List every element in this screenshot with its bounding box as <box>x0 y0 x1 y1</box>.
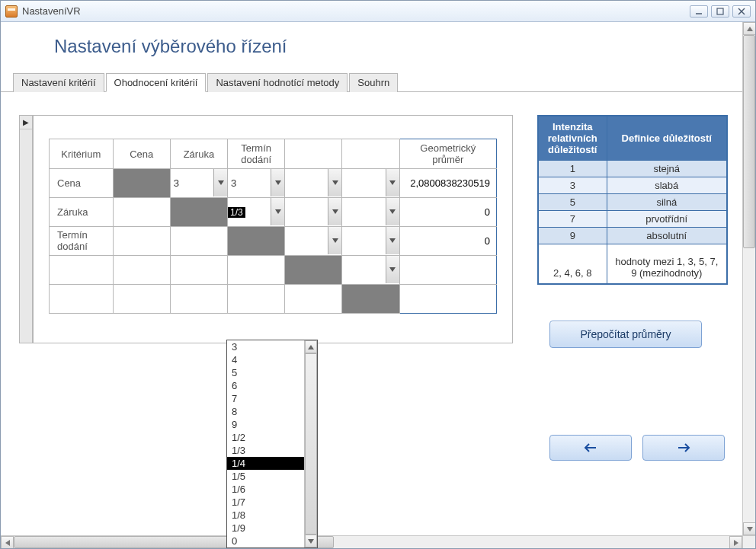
dropdown-button[interactable] <box>386 256 399 283</box>
row-label: Cena <box>50 169 114 198</box>
dropdown-item[interactable]: 5 <box>227 366 304 379</box>
dropdown-item[interactable]: 4 <box>227 353 304 366</box>
close-button[interactable] <box>732 5 751 18</box>
value-cell[interactable]: 3 <box>170 169 227 198</box>
dropdown-item[interactable]: 3 <box>227 340 304 353</box>
recalculate-button[interactable]: Přepočítat průměry <box>549 321 702 348</box>
tab-criteria-scoring[interactable]: Ohodnocení kritérií <box>106 73 207 92</box>
dropdown-item[interactable]: 8 <box>227 405 304 418</box>
scroll-left-button[interactable] <box>1 536 14 548</box>
scroll-thumb[interactable] <box>743 35 755 248</box>
value-cell[interactable] <box>170 256 227 285</box>
dropdown-item[interactable]: 1/6 <box>227 483 304 496</box>
dropdown-button[interactable] <box>213 169 227 196</box>
dropdown-item[interactable]: 1/9 <box>227 522 304 535</box>
row-label: Termín dodání <box>50 227 114 256</box>
next-button[interactable] <box>642 435 725 461</box>
criteria-header-col: Záruka <box>170 139 227 169</box>
criteria-panel: Kritérium Cena Záruka Termín dodání Geom… <box>33 115 513 343</box>
dropdown-item[interactable]: 0 <box>227 535 304 547</box>
value-cell[interactable] <box>113 285 170 314</box>
prev-button[interactable] <box>549 435 632 461</box>
cell-value: 3 <box>171 176 182 190</box>
row-label: Záruka <box>50 198 114 227</box>
value-cell[interactable] <box>285 198 342 227</box>
dropdown-button[interactable] <box>386 227 399 254</box>
window-title: NastaveníVR <box>22 5 685 17</box>
value-cell[interactable]: 1/3 <box>228 198 285 227</box>
dropdown-button[interactable] <box>386 169 399 196</box>
svg-marker-8 <box>275 209 281 214</box>
svg-marker-20 <box>5 540 10 546</box>
criteria-header-rowlabel: Kritérium <box>50 139 114 169</box>
value-cell[interactable] <box>113 256 170 285</box>
value-cell[interactable]: 3 <box>228 169 285 198</box>
value-cell[interactable] <box>342 198 399 227</box>
dropdown-item[interactable]: 9 <box>227 418 304 431</box>
tab-summary[interactable]: Souhrn <box>349 73 398 92</box>
intensity-header-2: Definice důležitostí <box>607 116 727 161</box>
svg-marker-13 <box>389 267 396 272</box>
vertical-scrollbar[interactable] <box>742 22 755 535</box>
dropdown-scrollbar[interactable] <box>304 340 317 547</box>
value-cell[interactable] <box>342 256 399 285</box>
dropdown-button[interactable] <box>271 198 284 225</box>
row-label <box>50 256 114 285</box>
dropdown-button[interactable] <box>328 227 341 254</box>
value-cell[interactable] <box>228 256 285 285</box>
intensity-table: Intenzita relativních důležitostí Defini… <box>537 115 728 285</box>
dropdown-button[interactable] <box>328 198 341 225</box>
value-cell[interactable] <box>285 169 342 198</box>
maximize-button[interactable] <box>711 5 729 18</box>
scroll-thumb[interactable] <box>305 353 317 535</box>
value-cell[interactable] <box>170 227 227 256</box>
intensity-footer-val: hodnoty mezi 1, 3, 5, 7, 9 (mezihodnoty) <box>607 244 727 284</box>
intensity-val: silná <box>607 194 727 211</box>
intensity-key: 7 <box>538 211 607 228</box>
tab-criteria-settings[interactable]: Nastavení kritérií <box>13 73 104 92</box>
horizontal-scrollbar[interactable] <box>1 535 742 548</box>
content-area: Nastavení výběrového řízení Nastavení kr… <box>1 22 755 548</box>
criteria-table: Kritérium Cena Záruka Termín dodání Geom… <box>49 139 497 314</box>
record-selector[interactable]: ▶ <box>19 115 33 343</box>
criteria-header-geo: Geometrický průměr <box>399 139 496 169</box>
table-row <box>50 256 497 285</box>
value-cell[interactable] <box>228 285 285 314</box>
dropdown-item[interactable]: 1/3 <box>227 444 304 457</box>
scroll-down-button[interactable] <box>305 535 317 547</box>
dropdown-button[interactable] <box>271 169 284 196</box>
dropdown-button[interactable] <box>386 198 399 225</box>
minimize-button[interactable] <box>690 5 708 18</box>
tab-body: ▶ Kritérium Cena Záruka Termín dodání Ge… <box>1 92 755 548</box>
dropdown-item[interactable]: 1/2 <box>227 431 304 444</box>
tab-method-settings[interactable]: Nastavení hodnotící metody <box>207 73 348 92</box>
svg-marker-9 <box>332 209 338 214</box>
value-cell[interactable] <box>113 198 170 227</box>
value-cell[interactable] <box>342 227 399 256</box>
svg-marker-6 <box>332 180 338 185</box>
svg-marker-19 <box>747 527 753 531</box>
scroll-right-button[interactable] <box>729 536 742 548</box>
value-cell[interactable] <box>113 227 170 256</box>
value-cell[interactable] <box>285 227 342 256</box>
scroll-up-button[interactable] <box>743 22 755 35</box>
dropdown-item[interactable]: 1/7 <box>227 496 304 509</box>
scroll-down-button[interactable] <box>743 522 755 535</box>
diagonal-cell <box>342 285 399 314</box>
dropdown-item[interactable]: 1/5 <box>227 470 304 483</box>
dropdown-item[interactable]: 1/8 <box>227 509 304 522</box>
value-cell[interactable] <box>285 285 342 314</box>
cell-value: 1/3 <box>228 207 245 218</box>
geo-mean-cell: 2,0800838230519 <box>399 169 496 198</box>
dropdown-item[interactable]: 1/4 <box>227 457 304 470</box>
diagonal-cell <box>285 256 342 285</box>
scroll-up-button[interactable] <box>305 340 317 353</box>
value-cell[interactable] <box>170 285 227 314</box>
dropdown-button[interactable] <box>328 169 341 196</box>
dropdown-item[interactable]: 7 <box>227 392 304 405</box>
value-cell[interactable] <box>342 169 399 198</box>
dropdown-item[interactable]: 6 <box>227 379 304 392</box>
dropdown-list[interactable]: 34567891/21/31/41/51/61/71/81/90 <box>226 340 318 548</box>
geo-mean-cell: 0 <box>399 198 496 227</box>
cell-value: 3 <box>228 176 239 190</box>
